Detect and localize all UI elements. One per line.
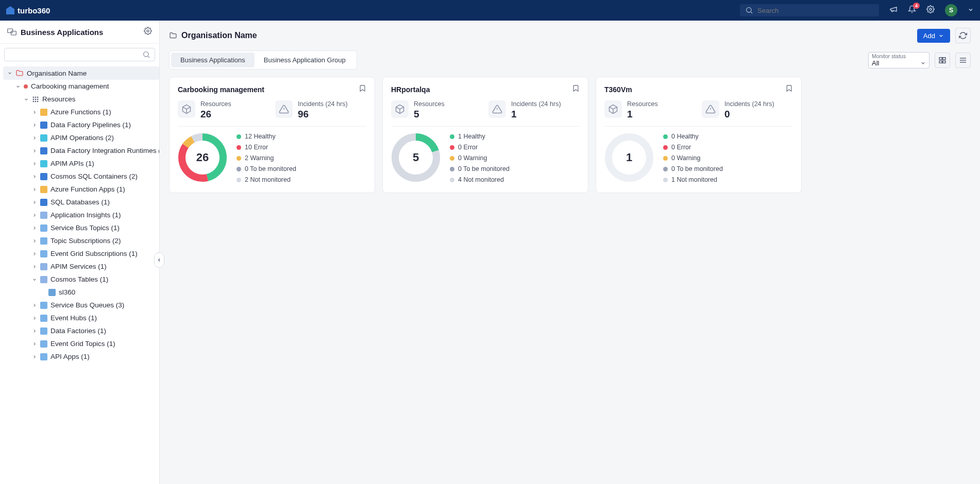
svg-rect-19 (939, 61, 942, 63)
resource-icon (40, 276, 47, 283)
search-input[interactable] (757, 7, 874, 14)
tree-resource-type[interactable]: Topic Subscriptions (2) (3, 234, 159, 247)
tree-resource-type[interactable]: APIM Services (1) (3, 260, 159, 273)
tree-resource-leaf[interactable]: sl360 (3, 286, 159, 299)
chevron-right-icon (32, 329, 37, 334)
sidebar: Business Applications Organisation NameC… (0, 21, 160, 484)
logo-icon (6, 6, 14, 14)
app-card[interactable]: T360Vm Resources1 Incidents (24 hrs)0 1 … (596, 77, 802, 193)
avatar[interactable]: S (945, 4, 957, 16)
tree-resources[interactable]: Resources (3, 93, 159, 106)
chevron-right-icon (32, 174, 37, 179)
filter-value: All (872, 59, 918, 67)
donut-center: 1 (604, 133, 654, 182)
tree-label: Service Bus Queues (3) (50, 301, 124, 309)
tree-label: Data Factory Pipelines (1) (50, 121, 131, 129)
tree-resource-type[interactable]: Event Grid Topics (1) (3, 337, 159, 350)
tree-resource-type[interactable]: Azure Function Apps (1) (3, 183, 159, 196)
tree-resource-type[interactable]: Cosmos SQL Containers (2) (3, 170, 159, 183)
tree-resource-type[interactable]: APIM APIs (1) (3, 157, 159, 170)
sidebar-search-input[interactable] (9, 51, 142, 59)
cube-icon (395, 104, 405, 114)
nav-tree: Organisation NameCarbooking managementRe… (0, 64, 159, 370)
stat-label: Resources (200, 100, 231, 108)
chevron-right-icon (32, 316, 37, 321)
stat-label: Incidents (24 hrs) (298, 100, 348, 108)
donut-wrap: 1 (604, 133, 654, 182)
bookmark-button[interactable] (785, 84, 793, 94)
tree-resource-type[interactable]: Event Hubs (1) (3, 312, 159, 324)
tree-resource-type[interactable]: SQL Databases (1) (3, 196, 159, 209)
tree-label: Azure Functions (1) (50, 108, 111, 116)
chevron-right-icon (32, 251, 37, 256)
resource-icon (40, 353, 47, 360)
topbar: turbo360 4 S (0, 0, 980, 21)
stat-incidents: 96 (298, 109, 348, 120)
tree-org[interactable]: Organisation Name (3, 66, 159, 80)
bookmark-button[interactable] (572, 84, 580, 94)
tree-label: APIM APIs (1) (50, 160, 94, 167)
tree-carbooking[interactable]: Carbooking management (3, 80, 159, 93)
view-list-button[interactable] (955, 53, 971, 68)
tree-resource-type[interactable]: API Apps (1) (3, 350, 159, 363)
tree-resource-type[interactable]: Application Insights (1) (3, 209, 159, 221)
tree-resource-type[interactable]: Service Bus Topics (1) (3, 221, 159, 234)
sidebar-settings-icon[interactable] (144, 27, 152, 37)
card-grid: Carbooking management Resources26 Incide… (169, 77, 971, 193)
legend: 1 Healthy 0 Error 0 Warning 0 To be moni… (450, 133, 510, 183)
resource-icon (48, 289, 56, 296)
resource-icon (40, 263, 47, 270)
legend-warning: 0 Warning (450, 154, 510, 162)
chevron-right-icon (32, 187, 37, 192)
tree-resource-type[interactable]: APIM Operations (2) (3, 131, 159, 144)
legend-healthy: 12 Healthy (236, 133, 296, 140)
announcements-icon[interactable] (889, 5, 898, 15)
resource-icon (40, 122, 47, 129)
tree-label: Event Grid Topics (1) (50, 340, 115, 348)
legend-nm: 1 Not monitored (663, 176, 723, 183)
settings-icon[interactable] (926, 5, 935, 15)
brand-logo[interactable]: turbo360 (6, 6, 50, 15)
chevron-right-icon (32, 238, 37, 244)
main-content: Organisation Name Add Business Applicati… (160, 21, 980, 484)
tree-resource-type[interactable]: Data Factory Pipelines (1) (3, 118, 159, 131)
monitor-status-filter[interactable]: Monitor status All (868, 52, 930, 68)
notifications-icon[interactable]: 4 (908, 5, 916, 15)
chevron-right-icon (32, 161, 37, 166)
bookmark-icon (359, 84, 366, 92)
chevron-down-icon (24, 97, 29, 102)
app-card[interactable]: Carbooking management Resources26 Incide… (169, 77, 375, 193)
tree-resource-type[interactable]: Azure Functions (1) (3, 106, 159, 118)
svg-rect-4 (11, 31, 16, 36)
svg-rect-20 (943, 61, 945, 63)
app-card[interactable]: HRportalqa Resources5 Incidents (24 hrs)… (382, 77, 588, 193)
tree-label: API Apps (1) (50, 353, 90, 360)
topbar-actions: 4 S (889, 4, 974, 16)
user-menu-chevron-icon[interactable] (968, 6, 974, 15)
bookmark-button[interactable] (359, 84, 366, 94)
tree-resource-type[interactable]: Data Factory Integration Runtimes (… (3, 144, 159, 157)
donut-center: 5 (391, 133, 441, 182)
resource-icon (40, 302, 47, 309)
refresh-button[interactable] (955, 28, 971, 43)
legend-error: 0 Error (663, 144, 723, 151)
tab-business-application-group[interactable]: Business Application Group (255, 53, 355, 67)
sidebar-search[interactable] (4, 48, 155, 61)
tree-resource-type[interactable]: Cosmos Tables (1) (3, 273, 159, 286)
view-card-button[interactable] (935, 53, 950, 68)
tree-label: Cosmos Tables (1) (50, 275, 108, 283)
chevron-down-icon (15, 84, 21, 89)
donut-wrap: 5 (391, 133, 441, 182)
chevron-right-icon (32, 110, 37, 115)
tree-resource-type[interactable]: Data Factories (1) (3, 324, 159, 337)
tree-label: Application Insights (1) (50, 211, 121, 219)
add-button[interactable]: Add (917, 29, 950, 43)
global-search[interactable] (740, 4, 879, 16)
tree-resource-type[interactable]: Event Grid Subscriptions (1) (3, 247, 159, 260)
tab-business-applications[interactable]: Business Applications (171, 53, 255, 67)
tree-label: Topic Subscriptions (2) (50, 237, 121, 245)
legend: 12 Healthy 10 Error 2 Warning 0 To be mo… (236, 133, 296, 183)
main-header: Organisation Name Add (169, 28, 971, 43)
legend-nm: 2 Not monitored (236, 176, 296, 183)
tree-resource-type[interactable]: Service Bus Queues (3) (3, 299, 159, 312)
